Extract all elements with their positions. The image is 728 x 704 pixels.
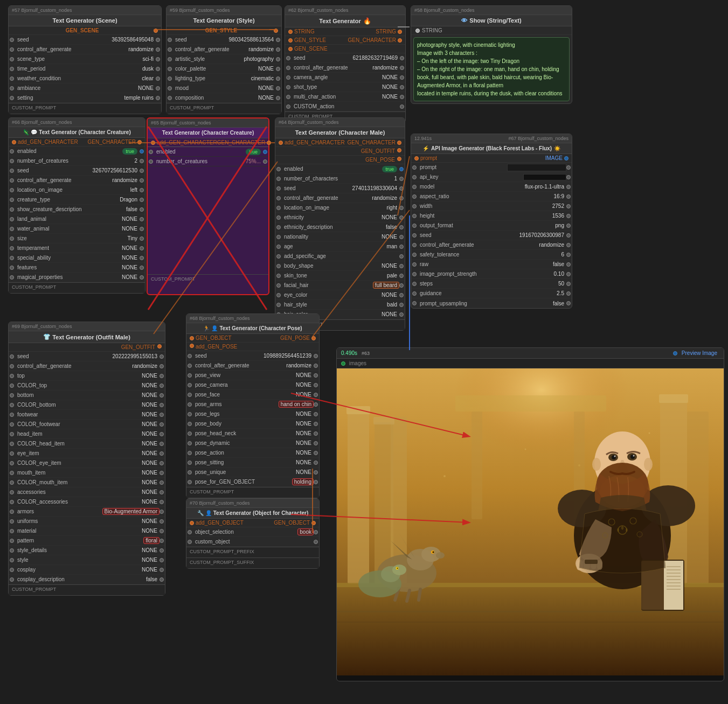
cr[interactable] [160, 539, 164, 543]
cr[interactable] [140, 159, 144, 163]
cr[interactable] [160, 568, 164, 572]
cr[interactable] [566, 291, 571, 296]
cr[interactable] [399, 283, 404, 288]
cr-outfit[interactable] [397, 148, 401, 152]
cr[interactable] [267, 141, 271, 145]
cr[interactable] [160, 471, 164, 475]
cr[interactable] [160, 374, 164, 378]
cr[interactable] [314, 461, 318, 465]
cr[interactable] [160, 548, 164, 553]
cl[interactable] [190, 336, 194, 340]
cr[interactable] [399, 215, 404, 220]
cr[interactable] [140, 188, 144, 192]
cl[interactable] [288, 38, 293, 43]
cl[interactable] [414, 156, 419, 161]
cr[interactable] [400, 85, 404, 89]
cr[interactable] [566, 204, 571, 208]
images-connector[interactable] [341, 361, 345, 366]
cr[interactable] [399, 206, 404, 210]
cr[interactable] [566, 214, 571, 218]
cr[interactable] [399, 303, 404, 307]
connector-right[interactable] [156, 96, 160, 100]
cr[interactable] [566, 233, 571, 238]
cr[interactable] [160, 364, 164, 368]
cr[interactable] [263, 159, 267, 164]
cr[interactable] [140, 178, 144, 183]
cr[interactable] [140, 207, 144, 212]
cr[interactable] [311, 521, 316, 525]
cr[interactable] [400, 66, 404, 70]
cr[interactable] [314, 354, 318, 358]
cr[interactable] [160, 577, 164, 582]
cr[interactable] [399, 264, 404, 268]
cr[interactable] [160, 510, 164, 514]
connector-right[interactable] [156, 57, 160, 61]
cr[interactable] [314, 402, 318, 407]
cr[interactable] [160, 500, 164, 504]
cr[interactable] [276, 67, 280, 71]
cr[interactable] [276, 86, 280, 90]
cr[interactable] [314, 431, 318, 436]
cr[interactable] [140, 169, 144, 173]
cr[interactable] [314, 373, 318, 378]
cr[interactable] [399, 167, 404, 171]
cr[interactable] [160, 413, 164, 417]
cl[interactable] [288, 47, 293, 51]
cr[interactable] [276, 57, 280, 61]
cr[interactable] [314, 412, 318, 416]
cr[interactable] [314, 480, 318, 484]
connector-gen-scene[interactable] [154, 29, 158, 33]
cr[interactable] [160, 442, 164, 446]
cr[interactable] [160, 422, 164, 427]
cr[interactable] [566, 253, 571, 257]
cr[interactable] [566, 282, 571, 286]
cr[interactable] [311, 336, 316, 340]
cr[interactable] [160, 480, 164, 485]
connector-gen-style[interactable] [274, 29, 278, 33]
cr[interactable] [137, 140, 142, 144]
cr[interactable] [398, 30, 402, 34]
cr[interactable] [566, 272, 571, 276]
cr[interactable] [140, 198, 144, 202]
cr[interactable] [399, 186, 404, 191]
cr[interactable] [399, 254, 404, 259]
cr[interactable] [314, 364, 318, 368]
cr[interactable] [566, 224, 571, 228]
connector-right[interactable] [156, 47, 160, 52]
cr[interactable] [140, 256, 144, 260]
cr[interactable] [314, 451, 318, 455]
cr[interactable] [263, 150, 267, 154]
cr[interactable] [314, 540, 318, 544]
connector-right[interactable] [156, 86, 160, 90]
cr[interactable] [566, 194, 571, 199]
cr[interactable] [399, 312, 404, 317]
cr[interactable] [566, 262, 571, 267]
cr[interactable] [160, 529, 164, 533]
cr-pose[interactable] [397, 157, 401, 161]
cl[interactable] [190, 521, 194, 525]
cr[interactable] [140, 275, 144, 280]
cr[interactable] [314, 470, 318, 475]
connector-right[interactable] [156, 76, 160, 81]
cr[interactable] [160, 393, 164, 398]
cr[interactable] [398, 38, 402, 43]
cr[interactable] [400, 75, 404, 80]
cr[interactable] [399, 177, 404, 181]
cr[interactable] [566, 301, 571, 305]
cr[interactable] [160, 451, 164, 456]
cr[interactable] [276, 38, 280, 42]
cr[interactable] [314, 383, 318, 387]
cr[interactable] [160, 403, 164, 407]
cr[interactable] [160, 519, 164, 524]
cr[interactable] [566, 243, 571, 247]
cr[interactable] [400, 95, 404, 99]
cr[interactable] [399, 235, 404, 239]
cr[interactable] [140, 217, 144, 221]
connector-right[interactable] [156, 38, 160, 42]
cr[interactable] [314, 422, 318, 426]
cr[interactable] [160, 558, 164, 562]
cr[interactable] [566, 185, 571, 189]
connector-right[interactable] [156, 67, 160, 71]
cr[interactable] [399, 225, 404, 229]
image-input-connector[interactable] [673, 351, 677, 356]
